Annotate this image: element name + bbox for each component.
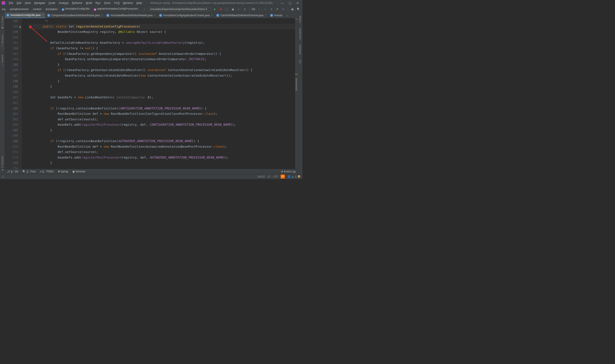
menu-window[interactable]: Window <box>121 1 134 5</box>
bottom-tool-tabs: ⎇ 9: Git 🔍 3: Find ≡ 6: TODO ❋ Spring ▣ … <box>5 169 298 174</box>
close-button[interactable]: ✕ <box>295 1 301 5</box>
git-history-button[interactable]: ↺ <box>275 7 280 12</box>
tool-favorites[interactable]: ★ 2: Favorites <box>0 155 4 172</box>
tab-annotationcontext[interactable]: CAnnotationConfigApplicationContext.java… <box>157 12 214 18</box>
tool-find[interactable]: 🔍 3: Find <box>20 169 38 174</box>
git-push-button[interactable]: ↗ <box>269 7 274 12</box>
tool-terminal[interactable]: ▣ Terminal <box>70 169 87 174</box>
tab-annotationconfigutils[interactable]: CAnnotationConfigUtils.java× <box>5 12 45 18</box>
run-button[interactable]: ▶ <box>213 7 217 12</box>
menu-refactor[interactable]: Refactor <box>70 1 84 5</box>
left-tool-strip: ▣ 1: Project ⬚ 7: Structure ✓ Commit ★ 2… <box>0 12 5 174</box>
event-log[interactable]: ◔ Event Log <box>279 169 298 174</box>
crumb-org[interactable]: org <box>2 8 5 11</box>
crumb-context[interactable]: context <box>33 8 41 11</box>
tool-structure[interactable]: ⬚ 7: Structure <box>0 34 4 51</box>
breadcrumbs: org〉 springframework〉 context〉 annotatio… <box>2 7 138 11</box>
code-pane[interactable]: */ public static Set registerAnnotationC… <box>22 18 298 174</box>
window-title: thinking-in-spring - AnnotationConfigUti… <box>144 1 279 4</box>
menu-navigate[interactable]: Navigate <box>33 1 47 5</box>
tabs-more[interactable]: ⌄ <box>284 12 290 18</box>
profile-button[interactable]: ◕ <box>230 7 235 12</box>
run-config-selector[interactable]: AnnotationDependencyInjectionResolutionD… <box>148 7 211 11</box>
menu-run[interactable]: Run <box>94 1 102 5</box>
search-icon[interactable]: 🔍 <box>296 7 301 12</box>
git-label: Git: <box>252 8 256 11</box>
line-gutter: 147−148@149−150151152−153154155−15615715… <box>5 18 22 174</box>
minimize-button[interactable]: — <box>279 1 285 5</box>
tool-restful[interactable]: RestfulTool <box>298 27 302 40</box>
close-icon[interactable]: × <box>211 14 213 17</box>
caret-position[interactable]: 148:62 <box>257 175 265 178</box>
attach-button[interactable]: ⋯ <box>236 7 241 12</box>
editor-tabs: CAnnotationConfigUtils.java× CComponentS… <box>5 12 298 18</box>
menu-help[interactable]: Help <box>135 1 144 5</box>
tool-ant[interactable]: Ant <box>298 59 302 65</box>
tool-spring[interactable]: ❋ Spring <box>56 169 70 174</box>
tab-truncated[interactable]: CAnnota <box>268 12 284 18</box>
crumb-method[interactable]: mregisterAnnotationConfigProcessors <box>94 7 138 11</box>
maximize-button[interactable]: ▢ <box>287 1 293 5</box>
main-area: ▣ 1: Project ⬚ 7: Structure ✓ Commit ★ 2… <box>0 12 302 174</box>
coverage-button[interactable]: ⬚ <box>225 7 229 12</box>
tool-git[interactable]: ⎇ 9: Git <box>5 169 20 174</box>
status-icon[interactable]: ▢ <box>2 175 4 178</box>
back-icon[interactable]: ↙ <box>142 7 147 12</box>
ide-settings-icon[interactable]: ▣ <box>290 7 295 12</box>
app-icon <box>2 1 5 5</box>
menu-tools[interactable]: Tools <box>103 1 112 5</box>
crumb-spring[interactable]: springframework <box>10 8 29 11</box>
tab-annotatedreader[interactable]: CAnnotatedBeanDefinitionReader.java× <box>105 12 157 18</box>
right-tool-strip: Maven RestfulTool Database Ant <box>298 12 302 174</box>
code-editor[interactable]: 147−148@149−150151152−153154155−15615715… <box>5 18 298 174</box>
ime-indicator[interactable]: 中 <box>281 175 285 179</box>
window-controls: — ▢ ✕ <box>279 1 301 5</box>
close-icon[interactable]: × <box>42 14 44 17</box>
git-commit-button[interactable]: ✓ <box>263 7 267 12</box>
main-menu: File Edit View Navigate Code Analyze Ref… <box>7 1 144 5</box>
close-icon[interactable]: × <box>101 14 103 17</box>
close-icon[interactable]: × <box>154 14 155 17</box>
crumb-class[interactable]: CAnnotationConfigUtils <box>62 7 90 11</box>
stop-button[interactable]: ■ <box>242 7 247 12</box>
git-update-button[interactable]: ✓ <box>257 7 262 12</box>
tab-classpathscanner[interactable]: CClassPathBeanDefinitionScanner.java× <box>214 12 268 18</box>
menu-edit[interactable]: Edit <box>15 1 23 5</box>
close-icon[interactable]: × <box>265 14 267 17</box>
debug-button[interactable]: 🐞 <box>218 7 223 12</box>
tool-maven[interactable]: Maven <box>298 15 302 24</box>
line-separator[interactable]: LF <box>267 175 270 178</box>
menu-view[interactable]: View <box>23 1 32 5</box>
crumb-annotation[interactable]: annotation <box>45 8 57 11</box>
menu-code[interactable]: Code <box>47 1 57 5</box>
title-bar: File Edit View Navigate Code Analyze Ref… <box>0 0 302 6</box>
git-rollback-button[interactable]: ↩ <box>281 7 285 12</box>
encoding[interactable]: UTF <box>273 175 278 178</box>
tool-todo[interactable]: ≡ 6: TODO <box>38 169 56 174</box>
tool-database[interactable]: Database <box>298 44 302 55</box>
editor-area: CAnnotationConfigUtils.java× CComponentS… <box>5 12 298 174</box>
menu-file[interactable]: File <box>7 1 15 5</box>
tray-icons[interactable]: 👤 ☁ ⬇ 📦 <box>287 175 301 178</box>
scrollbar-thumb[interactable] <box>295 78 297 91</box>
tool-commit[interactable]: ✓ Commit <box>0 54 4 67</box>
menu-analyze[interactable]: Analyze <box>57 1 70 5</box>
menu-build[interactable]: Build <box>84 1 94 5</box>
tool-project[interactable]: ▣ 1: Project <box>0 15 4 30</box>
status-bar: ▢ 148:62 LF UTF 中 👤 ☁ ⬇ 📦 <box>0 174 302 179</box>
vertical-scrollbar[interactable] <box>295 18 298 174</box>
menu-vcs[interactable]: VCS <box>112 1 121 5</box>
navigation-bar: org〉 springframework〉 context〉 annotatio… <box>0 6 302 12</box>
tab-componentscan[interactable]: CComponentScanBeanDefinitionParser.java× <box>45 12 105 18</box>
